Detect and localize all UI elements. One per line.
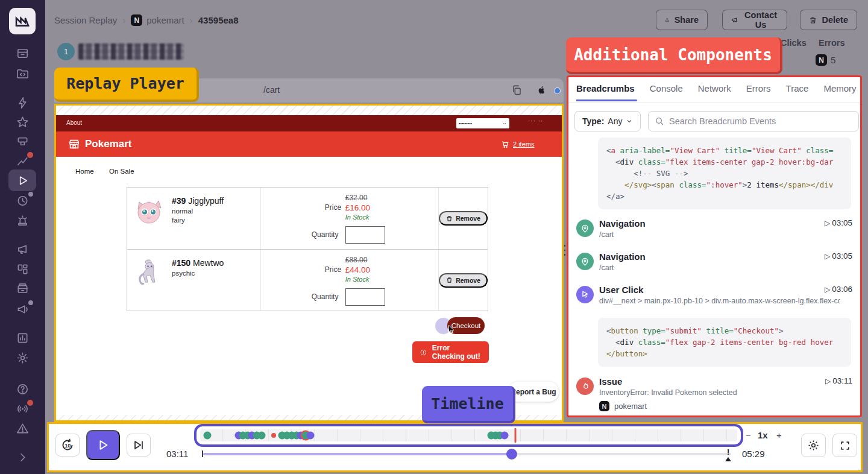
search-input[interactable] <box>669 116 844 126</box>
site-brand[interactable]: Pokemart <box>85 138 131 150</box>
nextjs-project-icon: N <box>131 14 142 26</box>
skip-to-end-button[interactable] <box>127 434 151 457</box>
remove-button[interactable]: Remove <box>439 273 488 288</box>
drawer-icon <box>16 282 30 295</box>
pane-resize-handle[interactable] <box>563 245 567 256</box>
sidebar-item-campaign[interactable] <box>0 239 45 259</box>
sidebar-item-siren[interactable] <box>0 210 45 230</box>
app-logo-icon[interactable] <box>9 8 36 34</box>
rewind-10-button[interactable]: 10 <box>55 434 80 457</box>
site-menu-dots[interactable]: ··· ·· <box>528 118 543 124</box>
dashboard-icon <box>16 262 30 276</box>
sidebar-item-megaphone[interactable] <box>0 299 45 319</box>
event-row-navigation[interactable]: Navigation/cart▷03:05 <box>576 251 855 276</box>
play-from-here-icon[interactable]: ▷ <box>825 377 831 385</box>
breadcrumb-project[interactable]: pokemart <box>146 15 184 25</box>
sidebar-item-archive[interactable] <box>0 43 45 63</box>
breadcrumb-search[interactable] <box>648 111 859 131</box>
play-from-here-icon[interactable]: ▷ <box>825 285 830 294</box>
tab-breadcrumbs[interactable]: Breadcrumbs <box>576 83 635 101</box>
price-values: £32.00£16.00In Stock <box>345 194 370 221</box>
breadcrumb: Session Replay › N pokemart › 43595ea8 <box>54 14 239 26</box>
sidebar-item-trends[interactable] <box>0 150 45 171</box>
timeline-marker-green[interactable] <box>258 432 266 440</box>
event-timestamp[interactable]: ▷03:11 <box>825 376 852 385</box>
tab-memory[interactable]: Memory <box>823 83 856 101</box>
breadcrumb-session-replay[interactable]: Session Replay <box>54 15 117 25</box>
sidebar-item-toolbar[interactable] <box>0 131 45 151</box>
tab-errors[interactable]: Errors <box>746 83 771 101</box>
event-row-user-click[interactable]: User Clickdiv#__next > main.px-10.pb-10 … <box>576 285 855 309</box>
item-info-cell: #150 Mewtwopsychic <box>127 250 261 311</box>
timeline-marker-purple[interactable] <box>501 432 509 440</box>
tab-network[interactable]: Network <box>698 83 731 101</box>
event-title: Navigation <box>599 218 855 229</box>
speed-decrease[interactable]: − <box>746 430 751 440</box>
quantity-input[interactable] <box>345 288 385 306</box>
share-button[interactable]: Share <box>656 10 708 30</box>
sale-price: £44.00 <box>345 265 370 274</box>
contact-us-button[interactable]: Contact Us <box>722 10 787 30</box>
session-number-badge[interactable]: 1 <box>57 43 75 60</box>
seek-bar[interactable] <box>203 453 731 455</box>
play-from-here-icon[interactable]: ▷ <box>825 252 830 261</box>
share-icon <box>665 16 670 25</box>
event-timestamp[interactable]: ▷03:05 <box>825 251 852 261</box>
player-settings-button[interactable] <box>801 434 826 457</box>
site-about-link[interactable]: About <box>66 119 82 126</box>
sidebar-item-collapse[interactable] <box>0 447 45 467</box>
cart-icon <box>501 140 509 148</box>
sale-price: £16.00 <box>345 203 370 212</box>
replay-player-viewport[interactable]: About ••••••••• ··· ·· Pokemart 2 items … <box>56 106 562 420</box>
old-price: £32.00 <box>345 194 370 202</box>
timeline-marker-reddot[interactable] <box>271 433 276 438</box>
event-timestamp[interactable]: ▷03:05 <box>825 218 852 227</box>
timeline-track[interactable] <box>200 429 737 441</box>
copy-url-icon[interactable] <box>511 84 523 96</box>
collapse-icon <box>16 450 30 464</box>
sidebar-item-lightning[interactable] <box>0 92 45 113</box>
site-top-bar: About ••••••••• ··· ·· <box>56 115 562 131</box>
speed-increase[interactable]: + <box>776 430 782 440</box>
timeline-marker-green[interactable] <box>204 432 212 440</box>
sidebar-item-folder-code[interactable] <box>0 63 45 83</box>
sidebar-item-session-replay[interactable] <box>8 169 36 191</box>
clicks-label: Clicks <box>781 38 807 48</box>
event-row-navigation[interactable]: Navigation/cart▷03:05 <box>576 218 855 242</box>
event-timestamp[interactable]: ▷03:06 <box>825 285 852 294</box>
tab-console[interactable]: Console <box>650 83 683 101</box>
sidebar-item-dashboard[interactable] <box>0 259 45 279</box>
event-title: Navigation <box>599 251 855 262</box>
report-a-bug-button[interactable]: Report a Bug <box>508 382 559 402</box>
sidebar-item-gear[interactable] <box>0 347 45 368</box>
fullscreen-button[interactable] <box>832 434 857 457</box>
fullscreen-icon <box>839 440 851 452</box>
play-button[interactable] <box>86 430 120 460</box>
pokemon-image-jigglypuff <box>134 196 163 227</box>
sidebar-item-broadcast[interactable] <box>0 398 45 419</box>
site-nav-onsale[interactable]: On Sale <box>109 168 134 175</box>
site-password-field[interactable]: ••••••••• <box>456 118 509 128</box>
sidebar-item-help[interactable] <box>0 379 45 399</box>
tab-trace[interactable]: Trace <box>786 83 809 101</box>
event-row-issue[interactable]: IssueInventoryError: Invalid Pokemon sel… <box>576 376 855 411</box>
quantity-input[interactable] <box>345 226 385 244</box>
sidebar-item-history[interactable] <box>0 190 45 210</box>
type-filter-dropdown[interactable]: Type:Any <box>574 111 641 131</box>
delete-button[interactable]: Delete <box>800 10 857 30</box>
item-type: fairy <box>172 216 224 224</box>
play-from-here-icon[interactable]: ▷ <box>825 219 830 227</box>
play-icon <box>96 438 110 452</box>
remove-button[interactable]: Remove <box>439 211 488 226</box>
timeline-marker-purple[interactable] <box>307 432 315 440</box>
seek-bar-thumb[interactable] <box>506 449 517 460</box>
sidebar-item-star[interactable] <box>0 112 45 132</box>
sidebar-item-drawer[interactable] <box>0 278 45 299</box>
timeline-marker-redline[interactable] <box>515 428 517 443</box>
speed-value[interactable]: 1x <box>758 430 768 440</box>
sidebar-item-warning[interactable] <box>0 418 45 438</box>
sidebar-item-bar-chart[interactable] <box>0 327 45 348</box>
site-nav-home[interactable]: Home <box>75 168 94 175</box>
url-path: /cart <box>263 85 280 95</box>
site-cart-link[interactable]: 2 items <box>501 140 534 148</box>
